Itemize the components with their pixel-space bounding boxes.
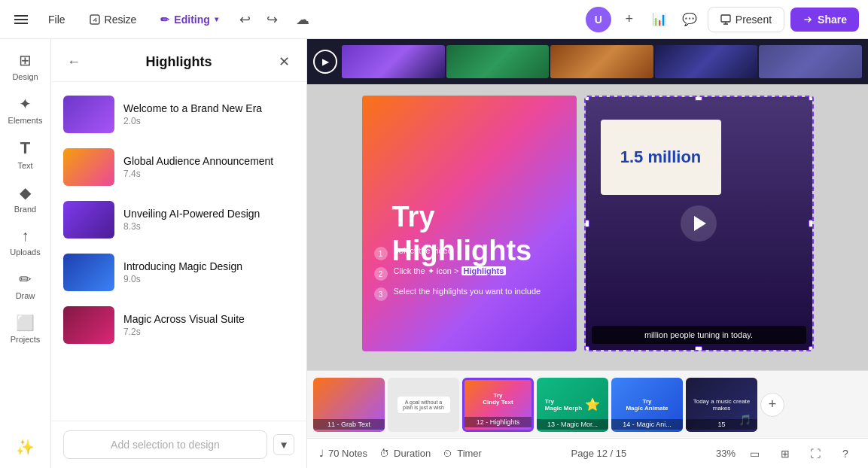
topbar-right: U + 📊 💬 Present Share	[586, 7, 859, 32]
filmstrip-item-16[interactable]: Today a music create makes 🎵 15	[686, 378, 757, 432]
timeline-frame[interactable]	[446, 45, 550, 78]
panel-title: Highlights	[146, 54, 212, 70]
video-inner: 1.5 million million people tuning in tod…	[586, 97, 812, 350]
step-item: 2 Click the ✦ icon > Highlights	[374, 266, 541, 281]
scroll-down-button[interactable]: ▼	[273, 434, 294, 455]
slide-steps: 1 Select the video 2 Click the ✦ icon > …	[374, 246, 541, 307]
highlight-info: Magic Across Visual Suite 7.2s	[123, 313, 294, 337]
sidebar-item-magic[interactable]: ✨	[5, 432, 47, 462]
sidebar-item-projects[interactable]: ⬜ Projects	[5, 308, 47, 350]
timeline-frame[interactable]	[655, 45, 758, 78]
draw-icon: ✏	[19, 270, 32, 288]
timer-item[interactable]: ⏲ Timer	[443, 448, 482, 459]
highlight-thumbnail	[63, 306, 114, 344]
list-item[interactable]: Introducing Magic Design 9.0s	[51, 246, 306, 299]
resize-button[interactable]: Resize	[81, 9, 146, 30]
step-text: Click the ✦ icon > Highlights	[394, 266, 507, 276]
panel-back-button[interactable]: ←	[63, 51, 84, 72]
editing-button[interactable]: ✏ Editing ▾	[151, 9, 227, 30]
play-triangle-icon	[694, 216, 706, 231]
add-collaborator-button[interactable]: +	[617, 8, 641, 32]
highlight-info: Global Audience Announcement 7.4s	[123, 155, 294, 179]
present-button[interactable]: Present	[708, 7, 784, 32]
highlight-info: Welcome to a Brand New Era 2.0s	[123, 102, 294, 126]
sidebar-item-brand[interactable]: ◆ Brand	[5, 178, 47, 220]
cloud-save-button[interactable]: ☁	[291, 8, 315, 32]
editing-label: Editing	[174, 14, 209, 26]
timer-icon: ⏲	[443, 448, 452, 459]
undo-redo-group: ↩ ↪	[233, 8, 285, 32]
topbar-left: File Resize ✏ Editing ▾ ↩ ↪ ☁	[9, 8, 580, 32]
cloud-icon: ☁	[296, 11, 309, 28]
uploads-icon: ↑	[22, 227, 29, 245]
list-item[interactable]: Magic Across Visual Suite 7.2s	[51, 299, 306, 351]
play-button[interactable]: ▶	[313, 50, 337, 74]
page-info-text: Page 12 / 15	[571, 448, 627, 459]
redo-button[interactable]: ↪	[260, 8, 285, 32]
highlight-duration: 2.0s	[123, 116, 294, 126]
list-item[interactable]: Welcome to a Brand New Era 2.0s	[51, 88, 306, 141]
fullscreen-button[interactable]: ⛶	[805, 443, 826, 464]
sidebar-item-elements[interactable]: ✦ Elements	[5, 89, 47, 131]
magic-icon: ✨	[16, 438, 35, 456]
resize-icon	[90, 14, 100, 25]
file-button[interactable]: File	[39, 9, 75, 30]
timeline-frame[interactable]	[759, 45, 862, 78]
highlight-duration: 8.3s	[123, 221, 294, 232]
step-number: 1	[374, 247, 388, 260]
page-info: Page 12 / 15	[571, 448, 627, 459]
highlight-name: Unveiling AI-Powered Design	[123, 208, 294, 220]
projects-icon: ⬜	[16, 314, 35, 332]
sidebar-item-text[interactable]: T Text	[5, 132, 47, 176]
canvas-area: ▶ Try Highlights	[307, 39, 868, 468]
add-selection-button[interactable]: Add selection to design	[63, 430, 267, 459]
add-slide-button[interactable]: +	[760, 393, 784, 417]
video-overlay[interactable]: 1.5 million million people tuning in tod…	[584, 96, 814, 351]
notes-item[interactable]: ♩ 70 Notes	[319, 448, 367, 459]
filmstrip: 11 - Grab Text A goal without a plan is …	[307, 370, 868, 438]
list-item[interactable]: Global Audience Announcement 7.4s	[51, 141, 306, 193]
sidebar-item-uploads[interactable]: ↑ Uploads	[5, 221, 47, 263]
caption-text: million people tuning in today.	[644, 330, 753, 339]
film-label: 12 - Highlights	[464, 417, 531, 427]
highlights-list: Welcome to a Brand New Era 2.0s Global A…	[51, 82, 306, 421]
list-item[interactable]: Unveiling AI-Powered Design 8.3s	[51, 193, 306, 246]
pencil-icon: ✏	[160, 14, 169, 26]
panel-close-button[interactable]: ✕	[273, 51, 294, 72]
analytics-button[interactable]: 📊	[647, 8, 672, 32]
statusbar-right: 33% ▭ ⊞ ⛶ ?	[716, 443, 856, 464]
help-button[interactable]: ?	[835, 443, 856, 464]
timeline-frame[interactable]	[550, 45, 653, 78]
film-label: 15	[686, 419, 757, 430]
slide-background: Try Highlights 1 Select the video 2 Clic…	[362, 96, 577, 351]
statusbar: ♩ 70 Notes ⏱ Duration ⏲ Timer Page 12 / …	[307, 438, 868, 468]
menu-button[interactable]	[9, 8, 33, 32]
sidebar-item-design[interactable]: ⊞ Design	[5, 45, 47, 87]
filmstrip-item-11[interactable]: 11 - Grab Text	[313, 378, 385, 432]
filmstrip-item-15[interactable]: TryMagic Animate 14 - Magic Ani...	[611, 378, 683, 432]
highlight-name: Global Audience Announcement	[123, 155, 294, 167]
undo-button[interactable]: ↩	[233, 8, 257, 32]
caption-bar: million people tuning in today.	[592, 326, 806, 344]
timeline-frame[interactable]	[342, 45, 445, 78]
filmstrip-item-13[interactable]: 12 - Highlights TryCindy Text	[462, 378, 534, 432]
grid-view-button[interactable]: ⊞	[775, 443, 796, 464]
highlight-name: Magic Across Visual Suite	[123, 313, 294, 325]
film-label: 13 - Magic Mor...	[537, 419, 608, 430]
filmstrip-item-14[interactable]: TryMagic Morph ⭐ 13 - Magic Mor...	[537, 378, 608, 432]
filmstrip-item-12[interactable]: A goal without a plan is just a wish	[388, 378, 459, 432]
timeline-frames	[342, 45, 862, 78]
duration-item[interactable]: ⏱ Duration	[379, 448, 431, 459]
comments-button[interactable]: 💬	[678, 8, 702, 32]
play-overlay-button[interactable]	[681, 205, 717, 242]
present-icon	[720, 14, 731, 25]
sidebar-item-draw[interactable]: ✏ Draw	[5, 264, 47, 306]
notes-icon: ♩	[319, 448, 324, 459]
notes-label: 70 Notes	[328, 448, 367, 459]
step-item: 3 Select the highlights you want to incl…	[374, 287, 541, 301]
sidebar: ⊞ Design ✦ Elements T Text ◆ Brand ↑ Upl…	[0, 39, 51, 468]
share-button[interactable]: Share	[790, 8, 859, 32]
zoom-level: 33%	[716, 448, 736, 459]
stage-screen: 1.5 million	[601, 120, 721, 195]
single-view-button[interactable]: ▭	[745, 443, 766, 464]
